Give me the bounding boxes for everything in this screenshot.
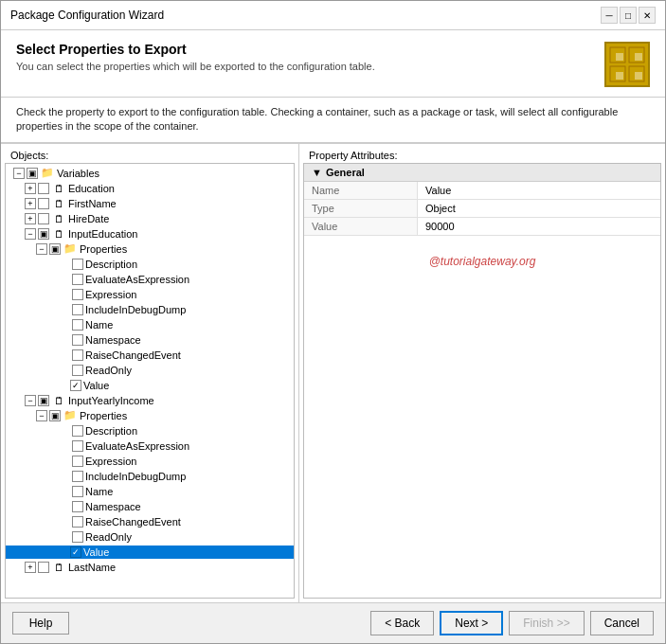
label-evaluateasexpression1: EvaluateAsExpression: [85, 274, 189, 285]
tree-row-education[interactable]: + 🗒 Education: [6, 182, 294, 195]
expander-lastname[interactable]: +: [25, 562, 36, 573]
expander-properties1[interactable]: −: [36, 243, 47, 255]
expander-expression2: [59, 456, 70, 467]
checkbox-hiredate[interactable]: [38, 213, 49, 224]
tree-row-description1[interactable]: Description: [6, 258, 294, 271]
checkbox-includeindebugdump1[interactable]: [72, 304, 83, 315]
maximize-button[interactable]: □: [620, 7, 637, 24]
checkbox-raisechangedevent2[interactable]: [72, 516, 83, 528]
tree-row-evaluateasexpression2[interactable]: EvaluateAsExpression: [6, 439, 294, 453]
checkbox-namespace1[interactable]: [72, 334, 83, 346]
expander-namespace1: [59, 334, 70, 346]
tree-row-readonly2[interactable]: ReadOnly: [6, 530, 294, 544]
help-button[interactable]: Help: [12, 612, 69, 635]
expander-evaluateasexpression2: [59, 440, 70, 452]
tree-row-name1[interactable]: Name: [6, 318, 294, 331]
expander-education[interactable]: +: [25, 183, 36, 194]
expander-hiredate[interactable]: +: [25, 213, 36, 224]
header-section: Select Properties to Export You can sele…: [1, 30, 665, 98]
close-button[interactable]: ✕: [639, 7, 656, 24]
label-expression2: Expression: [85, 456, 136, 467]
label-firstname: FirstName: [68, 198, 117, 209]
expander-inputeducation[interactable]: −: [25, 228, 36, 240]
expander-readonly1: [59, 365, 70, 376]
item-icon-hiredate: 🗒: [51, 213, 66, 224]
tree-row-value2[interactable]: ✓ Value: [6, 546, 294, 559]
tree-row-lastname[interactable]: + 🗒 LastName: [6, 561, 294, 574]
prop-row-type: Type Object: [304, 200, 660, 218]
title-bar-left: Package Configuration Wizard: [10, 9, 164, 22]
tree-row-properties2[interactable]: − ▣ 📁 Properties: [6, 409, 294, 422]
checkbox-raisechangedevent1[interactable]: [72, 349, 83, 361]
checkbox-evaluateasexpression1[interactable]: [72, 274, 83, 285]
expander-inputyearlyincome[interactable]: −: [25, 395, 36, 406]
expander-name1: [59, 319, 70, 331]
list-item: + 🗒 Education: [6, 181, 294, 196]
checkbox-inputeducation[interactable]: ▣: [38, 228, 49, 240]
checkbox-includeindebugdump2[interactable]: [72, 471, 83, 482]
back-button[interactable]: < Back: [370, 611, 434, 635]
tree-row-firstname[interactable]: + 🗒 FirstName: [6, 197, 294, 210]
checkbox-value1[interactable]: ✓: [70, 380, 81, 391]
tree-row-evaluateasexpression1[interactable]: EvaluateAsExpression: [6, 273, 294, 286]
list-item: − ▣ 📁 Variables: [6, 166, 294, 181]
checkbox-lastname[interactable]: [38, 562, 49, 573]
checkbox-properties1[interactable]: ▣: [49, 243, 61, 255]
tree-row-variables[interactable]: − ▣ 📁 Variables: [6, 167, 294, 180]
label-namespace1: Namespace: [85, 334, 141, 346]
tree-row-inputeducation[interactable]: − ▣ 🗒 InputEducation: [6, 227, 294, 241]
checkbox-namespace2[interactable]: [72, 501, 83, 512]
expander-properties2[interactable]: −: [36, 410, 47, 421]
checkbox-description2[interactable]: [72, 425, 83, 437]
tree-row-includeindebugdump2[interactable]: IncludeInDebugDump: [6, 470, 294, 483]
checkbox-name2[interactable]: [72, 486, 83, 497]
tree-row-includeindebugdump1[interactable]: IncludeInDebugDump: [6, 303, 294, 316]
checkbox-name1[interactable]: [72, 319, 83, 331]
checkbox-evaluateasexpression2[interactable]: [72, 440, 83, 452]
checkbox-firstname[interactable]: [38, 198, 49, 209]
tree-row-description2[interactable]: Description: [6, 424, 294, 438]
item-icon-inputeducation: 🗒: [51, 228, 66, 240]
right-panel: Property Attributes: ▼ General Name Valu…: [299, 144, 665, 602]
checkbox-expression2[interactable]: [72, 456, 83, 467]
tree-row-namespace2[interactable]: Namespace: [6, 500, 294, 513]
checkbox-properties2[interactable]: ▣: [49, 410, 61, 421]
tree-container[interactable]: − ▣ 📁 Variables + 🗒 Education: [5, 163, 295, 599]
expander-firstname[interactable]: +: [25, 198, 36, 209]
list-item: − ▣ 🗒 InputEducation: [6, 226, 294, 242]
finish-button[interactable]: Finish >>: [509, 611, 584, 635]
cancel-button[interactable]: Cancel: [590, 611, 654, 635]
tree-row-expression2[interactable]: Expression: [6, 455, 294, 468]
label-description1: Description: [85, 259, 137, 270]
expander-variables[interactable]: −: [13, 168, 25, 179]
tree-row-raisechangedevent1[interactable]: RaiseChangedEvent: [6, 349, 294, 362]
tree-row-expression1[interactable]: Expression: [6, 288, 294, 301]
checkbox-education[interactable]: [38, 183, 49, 194]
tree-row-namespace1[interactable]: Namespace: [6, 333, 294, 347]
tree-row-name2[interactable]: Name: [6, 485, 294, 498]
tree-row-raisechangedevent2[interactable]: RaiseChangedEvent: [6, 515, 294, 528]
label-inputyearlyincome: InputYearlyIncome: [68, 395, 154, 406]
tree-row-readonly1[interactable]: ReadOnly: [6, 364, 294, 377]
collapse-icon[interactable]: ▼: [312, 167, 322, 178]
prop-val-type: Object: [418, 200, 660, 217]
checkbox-readonly1[interactable]: [72, 365, 83, 376]
checkbox-readonly2[interactable]: [72, 531, 83, 543]
prop-val-value: 90000: [418, 218, 660, 235]
checkbox-expression1[interactable]: [72, 289, 83, 300]
label-includeindebugdump2: IncludeInDebugDump: [85, 471, 186, 482]
tree-row-inputyearlyincome[interactable]: − ▣ 🗒 InputYearlyIncome: [6, 394, 294, 407]
checkbox-value2[interactable]: ✓: [70, 546, 81, 558]
list-item: Name: [6, 317, 294, 332]
checkbox-description1[interactable]: [72, 259, 83, 270]
checkbox-inputyearlyincome[interactable]: ▣: [38, 395, 49, 406]
checkbox-variables[interactable]: ▣: [27, 168, 38, 179]
tree-row-hiredate[interactable]: + 🗒 HireDate: [6, 212, 294, 225]
tree-row-properties1[interactable]: − ▣ 📁 Properties: [6, 242, 294, 256]
list-item: ⇒ ✓ Value: [6, 545, 294, 560]
folder-icon-properties2: 📁: [63, 410, 78, 421]
next-button[interactable]: Next >: [440, 611, 503, 635]
minimize-button[interactable]: ─: [601, 7, 618, 24]
tree-row-value1[interactable]: ✓ Value: [6, 379, 111, 392]
label-value1: Value: [83, 380, 109, 391]
